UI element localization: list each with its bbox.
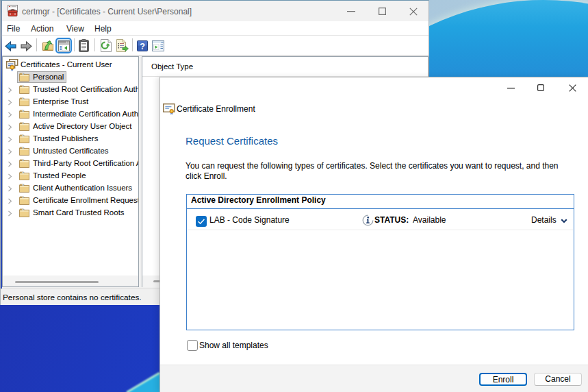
svg-text:?: ? — [140, 42, 145, 51]
